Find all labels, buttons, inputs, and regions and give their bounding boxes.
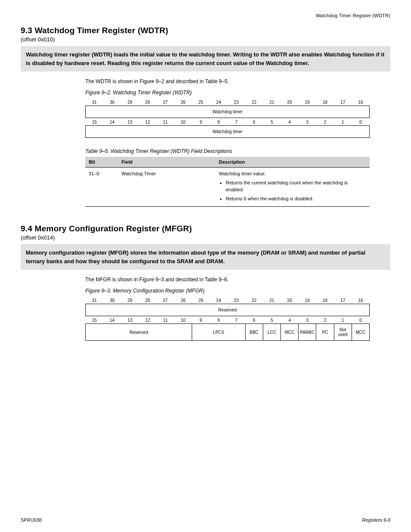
footer-right: Registers 9-9 — [362, 517, 390, 523]
section-9-4-summary-box: Memory configuration register (MFGR) sto… — [21, 244, 390, 270]
table-9-5-caption: Table 9–5. Watchdog Timer Register (WDTR… — [85, 148, 370, 154]
col-head-desc: Description — [215, 157, 370, 168]
figure-9-2-caption: Figure 9–2. Watchdog Timer Register (WDT… — [21, 90, 390, 96]
section-9-4-summary-text: Memory configuration register (MFGR) sto… — [26, 249, 385, 265]
table-row: Bit Field Description — [85, 157, 370, 168]
col-head-bit: Bit — [85, 157, 118, 168]
field-lcc: LCC — [263, 324, 280, 341]
footer-left: SPRU038 — [21, 517, 42, 523]
list-item: Returns 0 when the watchdog is disabled. — [226, 195, 366, 202]
section-9-3-summary-text: Watchdog timer register (WDTR) loads the… — [26, 50, 385, 67]
field-notused: Not used — [334, 324, 352, 341]
table-row: 15 14 13 12 11 10 9 8 7 6 5 4 3 2 1 0 — [86, 118, 370, 126]
cell-bits: 31–0 — [85, 168, 118, 207]
field-lpcs: LPCS — [192, 324, 246, 341]
field-mcc-4: MCC — [281, 324, 299, 341]
field-reserved-high: Reserved — [86, 304, 370, 316]
table-row: Watchdog timer — [86, 126, 370, 138]
field-watchdog-high: Watchdog timer — [86, 106, 370, 118]
table-row: 31–0 Watchdog Timer Watchdog timer value… — [85, 168, 370, 207]
table-row: Watchdog timer — [86, 106, 370, 118]
table-row: 31 30 29 28 27 26 25 24 23 22 21 20 19 1… — [86, 296, 370, 304]
list-item: Returns the current watchdog count when … — [226, 179, 366, 193]
table-row: 31 30 29 28 27 26 25 24 23 22 21 20 19 1… — [86, 98, 370, 106]
section-9-4-title: 9.4 Memory Configuration Register (MFGR) — [21, 224, 390, 233]
table-row: Reserved — [86, 304, 370, 316]
col-head-field: Field — [118, 157, 215, 168]
field-bbc: BBC — [245, 324, 263, 341]
field-reserved-low: Reserved — [86, 324, 192, 341]
field-mcc-0: MCC — [352, 324, 369, 341]
page-footer: SPRU038 Registers 9-9 — [21, 517, 390, 523]
header-right-text: Watchdog Timer Register (WDTR) — [316, 13, 390, 18]
section-9-3-offset: (offset 0x010) — [21, 36, 390, 43]
page-header-right: Watchdog Timer Register (WDTR) — [21, 13, 390, 18]
section-9-3-summary-box: Watchdog timer register (WDTR) loads the… — [21, 46, 390, 72]
field-pc: PC — [316, 324, 334, 341]
field-watchdog-low: Watchdog timer — [86, 126, 370, 138]
section-9-3-note: The WDTR is shown in Figure 9–2 and desc… — [21, 78, 390, 85]
wdtr-field-table: Bit Field Description 31–0 Watchdog Time… — [85, 157, 370, 207]
figure-9-3-caption: Figure 9–3. Memory Configuration Registe… — [21, 288, 390, 294]
wdtr-bit-diagram: 31 30 29 28 27 26 25 24 23 22 21 20 19 1… — [85, 98, 370, 138]
section-9-4-offset: (offset 0x014) — [21, 234, 390, 241]
mfgr-bit-diagram: 31 30 29 28 27 26 25 24 23 22 21 20 19 1… — [85, 296, 370, 341]
table-row: Reserved LPCS BBC LCC MCC PARBC PC Not u… — [86, 324, 370, 341]
cell-desc: Watchdog timer value. Returns the curren… — [215, 168, 370, 207]
section-9-4-note: The MFGR is shown in Figure 9–3 and desc… — [21, 276, 390, 283]
field-parbc: PARBC — [299, 324, 316, 341]
section-9-3-title: 9.3 Watchdog Timer Register (WDTR) — [21, 26, 390, 35]
cell-field: Watchdog Timer — [118, 168, 215, 207]
table-row: 15 14 13 12 11 10 9 8 7 6 5 4 3 2 1 0 — [86, 316, 370, 324]
